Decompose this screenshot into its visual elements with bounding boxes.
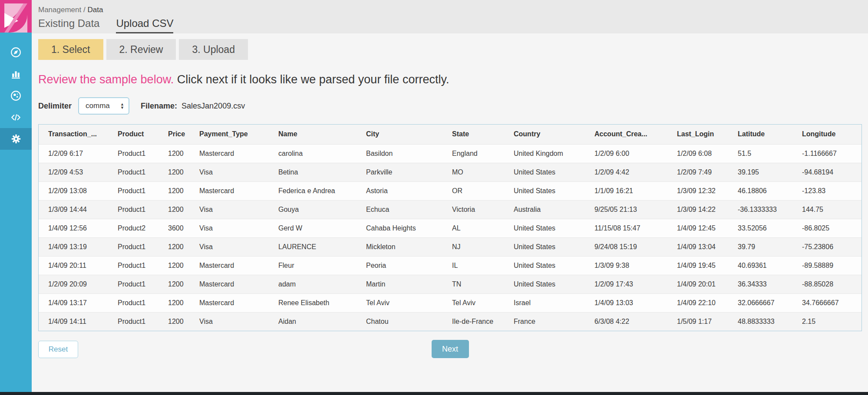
table-cell: AL — [442, 219, 504, 237]
column-header: Price — [158, 125, 190, 144]
sidebar-item-globe[interactable] — [0, 85, 32, 106]
table-cell: Product1 — [108, 312, 158, 331]
table-row: 1/4/09 12:56Product23600VisaGerd WCahaba… — [39, 219, 861, 237]
breadcrumb-current: Data — [87, 6, 103, 14]
table-cell: 1/2/09 13:08 — [39, 181, 108, 200]
table-cell: Product1 — [108, 200, 158, 219]
instruction-text: Review the sample below. Click next if i… — [38, 73, 862, 86]
table-cell: France — [504, 312, 585, 331]
table-cell: 51.5 — [728, 144, 792, 163]
table-cell: Product1 — [108, 237, 158, 256]
table-cell: 1/4/09 19:45 — [667, 256, 728, 275]
table-cell: 2.15 — [792, 312, 861, 331]
next-button[interactable]: Next — [432, 340, 469, 358]
table-cell: 1/4/09 20:01 — [667, 275, 728, 293]
table-cell: MO — [442, 163, 504, 181]
globe-icon — [10, 90, 22, 102]
bar-chart-icon — [10, 68, 22, 80]
table-cell: 1200 — [158, 181, 190, 200]
delimiter-label: Delimiter — [38, 102, 72, 111]
table-cell: Visa — [190, 219, 269, 237]
table-row: 1/4/09 14:11Product11200VisaAidanChatouI… — [39, 312, 861, 331]
column-header: State — [442, 125, 504, 144]
table-cell: United States — [504, 275, 585, 293]
table-cell: 1/2/09 6:08 — [667, 144, 728, 163]
table-cell: Victoria — [442, 200, 504, 219]
step-select[interactable]: 1. Select — [38, 39, 103, 60]
column-header: Latitude — [728, 125, 792, 144]
table-cell: England — [442, 144, 504, 163]
table-cell: Basildon — [356, 144, 442, 163]
table-cell: 48.8833333 — [728, 312, 792, 331]
table-cell: -86.8025 — [792, 219, 861, 237]
table-cell: Gouya — [269, 200, 356, 219]
table-cell: 1/2/09 4:53 — [39, 163, 108, 181]
sidebar — [0, 0, 32, 392]
table-cell: 11/15/08 15:47 — [585, 219, 667, 237]
table-cell: Gerd W — [269, 219, 356, 237]
brand-logo[interactable] — [0, 0, 32, 33]
reset-button[interactable]: Reset — [38, 341, 78, 358]
sidebar-item-compass[interactable] — [0, 41, 32, 63]
column-header: Name — [269, 125, 356, 144]
table-cell: 1/2/09 7:49 — [667, 163, 728, 181]
delimiter-select[interactable]: comma ▲▼ — [78, 97, 129, 115]
column-header: City — [356, 125, 442, 144]
filename-label: Filename: — [141, 102, 177, 111]
step-review[interactable]: 2. Review — [106, 39, 176, 60]
table-cell: 1/4/09 12:56 — [39, 219, 108, 237]
table-row: 1/2/09 6:17Product11200Mastercardcarolin… — [39, 144, 861, 163]
delimiter-selected-value: comma — [86, 102, 110, 110]
table-cell: 3600 — [158, 219, 190, 237]
window-bottom-edge — [0, 392, 868, 395]
table-cell: 1200 — [158, 256, 190, 275]
table-cell: 1/4/09 13:04 — [667, 237, 728, 256]
column-header: Payment_Type — [190, 125, 269, 144]
tab-existing-data[interactable]: Existing Data — [38, 17, 99, 33]
table-cell: Chatou — [356, 312, 442, 331]
breadcrumb: Management / Data — [32, 0, 868, 14]
table-cell: 40.69361 — [728, 256, 792, 275]
table-cell: -123.83 — [792, 181, 861, 200]
table-cell: 1200 — [158, 312, 190, 331]
step-upload[interactable]: 3. Upload — [179, 39, 248, 60]
table-cell: OR — [442, 181, 504, 200]
table-cell: -75.23806 — [792, 237, 861, 256]
table-cell: 1/3/09 9:38 — [585, 256, 667, 275]
table-cell: 33.52056 — [728, 219, 792, 237]
tab-upload-csv[interactable]: Upload CSV — [116, 17, 173, 33]
table-cell: Astoria — [356, 181, 442, 200]
column-header: Transaction_... — [39, 125, 108, 144]
table-row: 1/3/09 14:44Product11200VisaGouyaEchucaV… — [39, 200, 861, 219]
table-cell: United States — [504, 163, 585, 181]
table-cell: 1/4/09 20:11 — [39, 256, 108, 275]
table-cell: Peoria — [356, 256, 442, 275]
table-cell: 1/4/09 13:19 — [39, 237, 108, 256]
sidebar-item-charts[interactable] — [0, 63, 32, 85]
table-row: 1/4/09 13:19Product11200VisaLAURENCEMick… — [39, 237, 861, 256]
table-cell: Product1 — [108, 256, 158, 275]
filename-value: SalesJan2009.csv — [182, 102, 245, 111]
table-header-row: Transaction_...ProductPricePayment_TypeN… — [39, 125, 861, 144]
table-cell: 1/3/09 12:32 — [667, 181, 728, 200]
gear-icon — [10, 133, 22, 145]
table-row: 1/2/09 20:09Product11200MastercardadamMa… — [39, 275, 861, 293]
sidebar-item-code[interactable] — [0, 106, 32, 128]
table-cell: Betina — [269, 163, 356, 181]
table-cell: 1/4/09 12:45 — [667, 219, 728, 237]
column-header: Account_Crea... — [585, 125, 667, 144]
table-cell: Visa — [190, 312, 269, 331]
table-cell: Echuca — [356, 200, 442, 219]
table-cell: Renee Elisabeth — [269, 293, 356, 312]
table-cell: 1200 — [158, 163, 190, 181]
table-cell: 1/3/09 14:44 — [39, 200, 108, 219]
instruction-rest: Click next if it looks like we parsed yo… — [177, 73, 449, 86]
table-cell: Product2 — [108, 219, 158, 237]
table-cell: Israel — [504, 293, 585, 312]
table-cell: 1200 — [158, 275, 190, 293]
sidebar-item-settings[interactable] — [0, 128, 32, 150]
breadcrumb-management[interactable]: Management / — [38, 6, 86, 14]
table-cell: Australia — [504, 200, 585, 219]
table-cell: 1/2/09 6:00 — [585, 144, 667, 163]
table-cell: NJ — [442, 237, 504, 256]
